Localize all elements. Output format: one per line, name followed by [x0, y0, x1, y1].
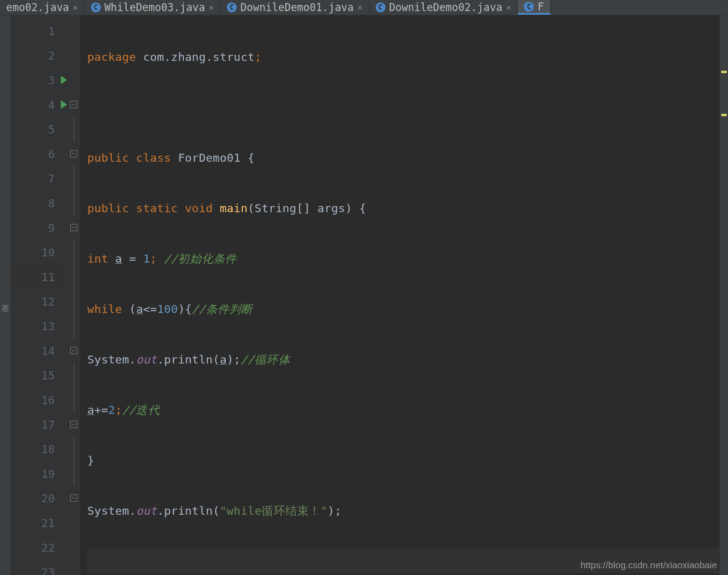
tab-file-1[interactable]: C WhileDemo03.java × [85, 0, 221, 15]
gutter-line: 21 [11, 510, 67, 535]
code-editor[interactable]: package com.zhang.struct; public class F… [80, 15, 719, 575]
gutter-line: 4 [11, 92, 67, 117]
run-icon[interactable] [61, 76, 67, 84]
tab-file-4[interactable]: C F [518, 0, 550, 15]
gutter-line: 6 [11, 141, 67, 166]
tab-label: DownileDemo02.java [389, 1, 502, 14]
gutter-line: 3 [11, 68, 67, 92]
gutter-line: 9 [11, 215, 67, 240]
tab-label: emo02.java [6, 1, 69, 14]
editor-area: 基 ss 1 2 3 4 5 6 7 8 9 10 11 12 13 14 15… [0, 15, 728, 575]
code-line: public static void main(String[] args) { [87, 196, 719, 220]
gutter-line: 23 [11, 560, 67, 575]
java-class-icon: C [376, 2, 386, 12]
gutter-line: 16 [11, 387, 67, 412]
gutter-line: 10 [11, 240, 67, 264]
close-icon[interactable]: × [357, 2, 362, 12]
gutter-line: 12 [11, 289, 67, 314]
tool-window-strip-left: 基 ss [0, 15, 11, 575]
tab-file-2[interactable]: C DownileDemo01.java × [221, 0, 370, 15]
gutter-line: 14 [11, 338, 67, 363]
gutter-line: 22 [11, 535, 67, 560]
code-line: int a = 1; //初始化条件 [87, 246, 719, 271]
code-line: public class ForDemo01 { [87, 145, 719, 170]
gutter-line: 15 [11, 363, 67, 387]
warning-marker[interactable] [721, 114, 727, 116]
fold-toggle-icon[interactable] [70, 224, 77, 231]
close-icon[interactable]: × [506, 2, 511, 12]
gutter-line: 11 [11, 264, 67, 289]
fold-toggle-icon[interactable] [70, 101, 77, 108]
code-line [87, 95, 719, 119]
fold-toggle-icon[interactable] [70, 150, 77, 157]
code-line: System.out.println("while循环结束！"); [87, 498, 719, 523]
gutter-line: 2 [11, 43, 67, 68]
java-class-icon: C [524, 2, 534, 12]
close-icon[interactable]: × [73, 2, 77, 12]
run-icon[interactable] [61, 100, 67, 109]
fold-toggle-icon[interactable] [70, 421, 77, 428]
code-line: while (a<=100){//条件判断 [87, 296, 719, 321]
code-line: } [87, 448, 719, 472]
tool-window-label-top[interactable]: 基 [0, 293, 10, 298]
gutter-line: 1 [11, 18, 67, 43]
tab-label: WhileDemo03.java [105, 1, 205, 14]
code-line: a+=2;//迭代 [87, 397, 719, 422]
gutter: 1 2 3 4 5 6 7 8 9 10 11 12 13 14 15 16 1… [11, 15, 68, 575]
gutter-line: 17 [11, 412, 67, 437]
editor-tabs: emo02.java × C WhileDemo03.java × C Down… [0, 0, 728, 15]
gutter-line: 8 [11, 191, 67, 215]
tab-file-3[interactable]: C DownileDemo02.java × [370, 0, 518, 15]
gutter-line: 20 [11, 486, 67, 510]
gutter-line: 19 [11, 461, 67, 486]
close-icon[interactable]: × [209, 2, 214, 12]
gutter-line: 13 [11, 314, 67, 338]
code-line: package com.zhang.struct; [87, 44, 719, 69]
error-stripe[interactable] [719, 15, 728, 575]
tab-label: F [537, 1, 544, 13]
warning-marker[interactable] [721, 71, 727, 73]
fold-toggle-icon[interactable] [70, 347, 77, 354]
java-class-icon: C [227, 2, 237, 12]
gutter-line: 7 [11, 166, 67, 191]
fold-column [68, 15, 80, 575]
fold-toggle-icon[interactable] [70, 494, 77, 502]
java-class-icon: C [91, 2, 101, 12]
tab-file-0[interactable]: emo02.java × [0, 0, 85, 15]
watermark: https://blog.csdn.net/xiaoxiaobaie [580, 560, 717, 570]
tab-label: DownileDemo01.java [240, 1, 354, 14]
gutter-line: 5 [11, 117, 67, 141]
gutter-line: 18 [11, 437, 67, 461]
code-line: System.out.println(a);//循环体 [87, 347, 719, 371]
